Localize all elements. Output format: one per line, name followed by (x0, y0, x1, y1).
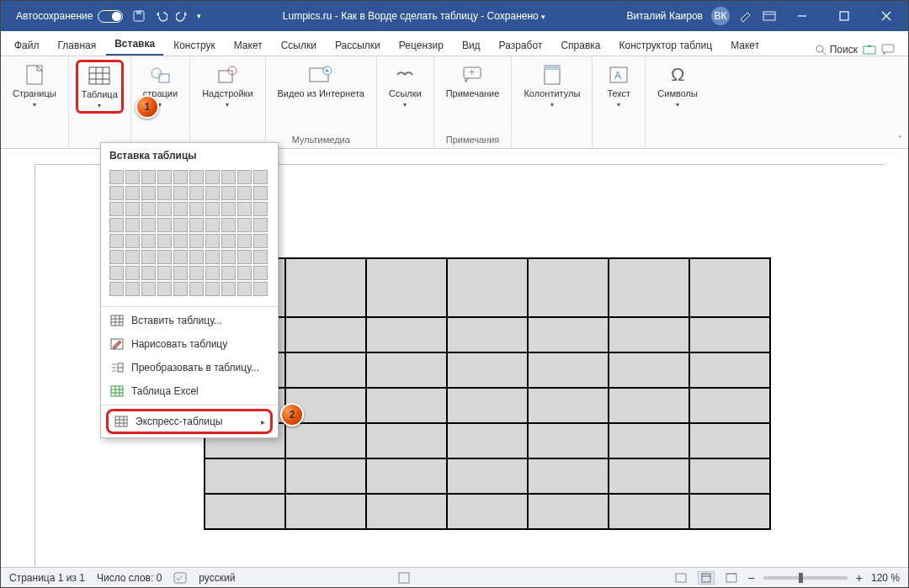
grid-cell[interactable] (125, 234, 140, 248)
close-button[interactable] (869, 3, 903, 29)
grid-cell[interactable] (221, 202, 236, 216)
grid-cell[interactable] (173, 186, 188, 200)
tab-mailings[interactable]: Рассылки (327, 34, 389, 56)
grid-cell[interactable] (125, 266, 140, 280)
grid-cell[interactable] (141, 170, 156, 184)
grid-cell[interactable] (237, 250, 252, 264)
tab-insert[interactable]: Вставка (106, 33, 163, 56)
pages-button[interactable]: Страницы ▾ (8, 60, 61, 112)
grid-cell[interactable] (221, 170, 236, 184)
accessibility-icon[interactable] (398, 572, 410, 584)
text-button[interactable]: A Текст ▾ (599, 60, 638, 112)
grid-cell[interactable] (205, 218, 220, 232)
tab-table-layout[interactable]: Макет (722, 34, 768, 56)
grid-cell[interactable] (173, 218, 188, 232)
grid-cell[interactable] (173, 250, 188, 264)
grid-cell[interactable] (109, 170, 124, 184)
grid-cell[interactable] (173, 170, 188, 184)
grid-cell[interactable] (205, 234, 220, 248)
grid-cell[interactable] (157, 170, 172, 184)
toggle-switch-icon[interactable] (98, 10, 123, 23)
grid-cell[interactable] (125, 170, 140, 184)
grid-cell[interactable] (125, 250, 140, 264)
zoom-slider[interactable] (763, 576, 848, 580)
tab-developer[interactable]: Разработ (491, 34, 551, 56)
grid-cell[interactable] (237, 218, 252, 232)
zoom-level[interactable]: 120 % (871, 572, 900, 584)
search-button[interactable]: Поиск (815, 44, 858, 56)
table-button[interactable]: Таблица ▾ (76, 60, 124, 114)
grid-cell[interactable] (253, 170, 268, 184)
grid-cell[interactable] (237, 186, 252, 200)
tab-home[interactable]: Главная (50, 34, 105, 56)
user-avatar[interactable]: ВК (711, 7, 730, 25)
word-count[interactable]: Число слов: 0 (97, 572, 162, 584)
menu-excel-table[interactable]: Таблица Excel (101, 379, 278, 403)
grid-cell[interactable] (157, 186, 172, 200)
comments-button[interactable] (881, 44, 895, 56)
grid-cell[interactable] (173, 202, 188, 216)
grid-cell[interactable] (173, 282, 188, 296)
grid-cell[interactable] (109, 282, 124, 296)
view-focus-icon[interactable] (672, 571, 689, 585)
menu-quick-tables[interactable]: Экспресс-таблицы ▸ (106, 409, 273, 434)
ribbon-display-icon[interactable] (762, 8, 777, 24)
grid-cell[interactable] (237, 282, 252, 296)
grid-cell[interactable] (221, 250, 236, 264)
grid-cell[interactable] (157, 250, 172, 264)
table-grid-picker[interactable] (101, 167, 278, 305)
grid-cell[interactable] (205, 282, 220, 296)
view-print-icon[interactable] (698, 571, 715, 585)
grid-cell[interactable] (141, 250, 156, 264)
saved-caret-icon[interactable]: ▾ (541, 13, 545, 21)
grid-cell[interactable] (221, 186, 236, 200)
grid-cell[interactable] (189, 186, 204, 200)
grid-cell[interactable] (157, 282, 172, 296)
symbols-button[interactable]: Ω Символы ▾ (652, 60, 703, 112)
grid-cell[interactable] (253, 186, 268, 200)
grid-cell[interactable] (157, 202, 172, 216)
menu-insert-table[interactable]: Вставить таблицу... (101, 309, 278, 332)
grid-cell[interactable] (205, 266, 220, 280)
grid-cell[interactable] (109, 186, 124, 200)
grid-cell[interactable] (141, 218, 156, 232)
grid-cell[interactable] (205, 250, 220, 264)
comment-button[interactable]: + Примечание (441, 60, 505, 103)
grid-cell[interactable] (189, 202, 204, 216)
grid-cell[interactable] (109, 218, 124, 232)
grid-cell[interactable] (157, 218, 172, 232)
grid-cell[interactable] (189, 218, 204, 232)
grid-cell[interactable] (253, 218, 268, 232)
minimize-button[interactable] (785, 3, 819, 29)
menu-draw-table[interactable]: Нарисовать таблицу (101, 332, 278, 356)
grid-cell[interactable] (189, 282, 204, 296)
grid-cell[interactable] (157, 234, 172, 248)
grid-cell[interactable] (253, 234, 268, 248)
share-button[interactable] (863, 44, 876, 56)
grid-cell[interactable] (221, 266, 236, 280)
tab-file[interactable]: Файл (6, 34, 48, 56)
grid-cell[interactable] (125, 218, 140, 232)
grid-cell[interactable] (205, 186, 220, 200)
grid-cell[interactable] (237, 202, 252, 216)
grid-cell[interactable] (253, 282, 268, 296)
grid-cell[interactable] (125, 202, 140, 216)
grid-cell[interactable] (173, 266, 188, 280)
grid-cell[interactable] (253, 266, 268, 280)
save-icon[interactable] (131, 8, 146, 24)
zoom-in-button[interactable]: + (856, 571, 863, 585)
grid-cell[interactable] (237, 266, 252, 280)
links-button[interactable]: Ссылки ▾ (384, 60, 427, 112)
grid-cell[interactable] (125, 282, 140, 296)
zoom-out-button[interactable]: − (748, 571, 755, 585)
tab-layout[interactable]: Макет (226, 34, 271, 56)
tab-references[interactable]: Ссылки (273, 34, 325, 56)
headers-button[interactable]: Колонтитулы ▾ (518, 60, 585, 112)
grid-cell[interactable] (173, 234, 188, 248)
grid-cell[interactable] (237, 234, 252, 248)
grid-cell[interactable] (189, 250, 204, 264)
grid-cell[interactable] (141, 234, 156, 248)
document-table[interactable] (204, 257, 771, 530)
tab-table-design[interactable]: Конструктор таблиц (610, 34, 720, 56)
page-indicator[interactable]: Страница 1 из 1 (9, 572, 85, 584)
